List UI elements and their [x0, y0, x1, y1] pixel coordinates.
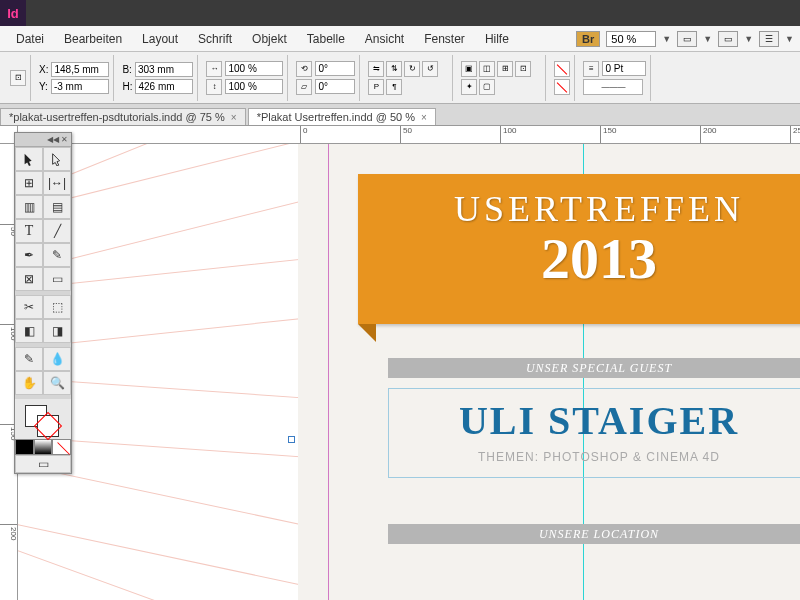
menu-datei[interactable]: Datei: [6, 32, 54, 46]
apply-color[interactable]: [15, 439, 34, 455]
workspace: 0 50 100 150 200 250 50 100 150 200 USER…: [0, 126, 800, 600]
menu-hilfe[interactable]: Hilfe: [475, 32, 519, 46]
doc-tab-1[interactable]: *plakat-usertreffen-psdtutorials.indd @ …: [0, 108, 246, 125]
pencil-tool[interactable]: ✎: [43, 243, 71, 267]
scale-y-icon: ↕: [206, 79, 222, 95]
para-panel-icon[interactable]: ¶: [386, 79, 402, 95]
pen-tool[interactable]: ✒: [15, 243, 43, 267]
menu-schrift[interactable]: Schrift: [188, 32, 242, 46]
menu-ansicht[interactable]: Ansicht: [355, 32, 414, 46]
arrange-icon[interactable]: ☰: [759, 31, 779, 47]
x-label: X:: [39, 64, 48, 75]
apply-none[interactable]: [52, 439, 71, 455]
reference-point-icon[interactable]: ⊡: [10, 70, 26, 86]
page[interactable]: USERTREFFEN 2013 UNSER SPECIAL GUEST ULI…: [298, 144, 800, 600]
apply-gradient[interactable]: [34, 439, 53, 455]
ruler-tick: 200: [700, 126, 716, 144]
gradient-feather-tool[interactable]: ◨: [43, 319, 71, 343]
x-input[interactable]: [51, 62, 109, 77]
screen-dropdown-icon[interactable]: ▼: [744, 34, 753, 44]
gradient-swatch-tool[interactable]: ◧: [15, 319, 43, 343]
scissors-tool[interactable]: ✂: [15, 295, 43, 319]
height-input[interactable]: [135, 79, 193, 94]
fit-content-icon[interactable]: ⊞: [497, 61, 513, 77]
guest-name-box[interactable]: ULI STAIGER THEMEN: PHOTOSHOP & CINEMA 4…: [388, 388, 800, 478]
guest-themes: THEMEN: PHOTOSHOP & CINEMA 4D: [389, 450, 800, 464]
note-tool[interactable]: ✎: [15, 347, 43, 371]
toolbox[interactable]: ◀◀ ✕ ⊞ |↔| ▥ ▤ T ╱ ✒ ✎ ⊠ ▭ ✂ ⬚ ◧ ◨ ✎ 💧 ✋…: [14, 132, 72, 474]
banner-fold-left: [358, 324, 376, 342]
banner[interactable]: USERTREFFEN 2013: [358, 174, 800, 324]
strip-location[interactable]: UNSERE LOCATION: [388, 524, 800, 544]
doc-tab-2[interactable]: *Plakat Usertreffen.indd @ 50 % ×: [248, 108, 436, 125]
canvas[interactable]: USERTREFFEN 2013 UNSER SPECIAL GUEST ULI…: [18, 144, 800, 600]
y-label: Y:: [39, 81, 48, 92]
type-tool[interactable]: T: [15, 219, 43, 243]
app-icon: Id: [0, 0, 26, 26]
fill-swatch[interactable]: [554, 61, 570, 77]
direct-selection-tool[interactable]: [43, 147, 71, 171]
eyedropper-tool[interactable]: 💧: [43, 347, 71, 371]
stroke-color[interactable]: [37, 415, 59, 437]
stroke-pt-input[interactable]: [602, 61, 646, 76]
rotate-icon: ⟲: [296, 61, 312, 77]
rotate-cw-icon[interactable]: ↻: [404, 61, 420, 77]
shear-input[interactable]: [315, 79, 355, 94]
toolbox-header[interactable]: ◀◀ ✕: [15, 133, 71, 147]
center-content-icon[interactable]: ✦: [461, 79, 477, 95]
bridge-button[interactable]: Br: [576, 31, 600, 47]
tabbar: *plakat-usertreffen-psdtutorials.indd @ …: [0, 104, 800, 126]
select-container-icon[interactable]: ▣: [461, 61, 477, 77]
titlebar: Id: [0, 0, 800, 26]
doc-tab-1-label: *plakat-usertreffen-psdtutorials.indd @ …: [9, 111, 225, 123]
zoom-tool[interactable]: 🔍: [43, 371, 71, 395]
flip-h-icon[interactable]: ⇋: [368, 61, 384, 77]
width-input[interactable]: [135, 62, 193, 77]
scale-y-input[interactable]: [225, 79, 283, 94]
ruler-horizontal[interactable]: 0 50 100 150 200 250: [18, 126, 800, 144]
selection-handle[interactable]: [288, 436, 295, 443]
content-collector-tool[interactable]: ▥: [15, 195, 43, 219]
menu-fenster[interactable]: Fenster: [414, 32, 475, 46]
hand-tool[interactable]: ✋: [15, 371, 43, 395]
zoom-field[interactable]: [606, 31, 656, 47]
gap-tool[interactable]: |↔|: [43, 171, 71, 195]
select-content-icon[interactable]: ◫: [479, 61, 495, 77]
close-icon[interactable]: ×: [421, 112, 427, 123]
banner-title: USERTREFFEN: [358, 174, 800, 230]
zoom-dropdown-icon[interactable]: ▼: [662, 34, 671, 44]
screen-mode-icon[interactable]: ▭: [718, 31, 738, 47]
ruler-tick: 250: [790, 126, 800, 144]
rotate-ccw-icon[interactable]: ↺: [422, 61, 438, 77]
fill-frame-icon[interactable]: ⊡: [515, 61, 531, 77]
arrange-dropdown-icon[interactable]: ▼: [785, 34, 794, 44]
content-placer-tool[interactable]: ▤: [43, 195, 71, 219]
page-tool[interactable]: ⊞: [15, 171, 43, 195]
menu-objekt[interactable]: Objekt: [242, 32, 297, 46]
line-tool[interactable]: ╱: [43, 219, 71, 243]
ruler-tick: 200: [0, 524, 18, 540]
scale-x-icon: ↔: [206, 61, 222, 77]
menu-layout[interactable]: Layout: [132, 32, 188, 46]
menu-tabelle[interactable]: Tabelle: [297, 32, 355, 46]
control-bar: ⊡ X: Y: B: H: ↔ ↕ ⟲ ▱ ⇋ ⇅ ↻ ↺ P ¶ ▣ ◫ ⊞ …: [0, 52, 800, 104]
guest-name: ULI STAIGER: [389, 397, 800, 444]
view-dropdown-icon[interactable]: ▼: [703, 34, 712, 44]
rectangle-tool[interactable]: ▭: [43, 267, 71, 291]
fit-frame-icon[interactable]: ▢: [479, 79, 495, 95]
y-input[interactable]: [51, 79, 109, 94]
stroke-style-dropdown[interactable]: ———: [583, 79, 643, 95]
view-options-icon[interactable]: ▭: [677, 31, 697, 47]
scale-x-input[interactable]: [225, 61, 283, 76]
char-panel-icon[interactable]: P: [368, 79, 384, 95]
flip-v-icon[interactable]: ⇅: [386, 61, 402, 77]
free-transform-tool[interactable]: ⬚: [43, 295, 71, 319]
menu-bearbeiten[interactable]: Bearbeiten: [54, 32, 132, 46]
stroke-swatch[interactable]: [554, 79, 570, 95]
ruler-tick: 100: [500, 126, 516, 144]
rectangle-frame-tool[interactable]: ⊠: [15, 267, 43, 291]
strip-special-guest[interactable]: UNSER SPECIAL GUEST: [388, 358, 800, 378]
rotate-input[interactable]: [315, 61, 355, 76]
close-icon[interactable]: ×: [231, 112, 237, 123]
selection-tool[interactable]: [15, 147, 43, 171]
